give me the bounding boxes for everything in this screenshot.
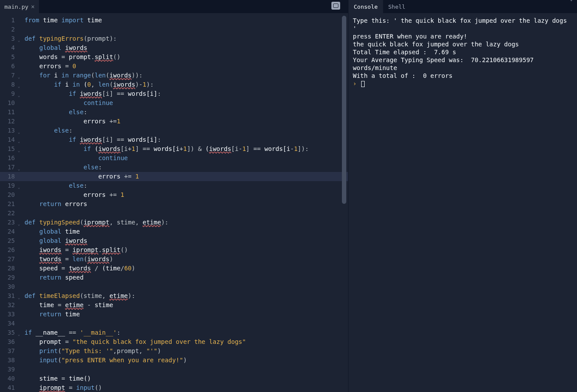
- line-number: 6: [0, 62, 21, 71]
- line-number: 5: [0, 52, 21, 62]
- line-number: 15⌄: [0, 144, 21, 154]
- code-line[interactable]: if iwords[i] == words[i]:: [21, 89, 348, 98]
- code-line[interactable]: global iwords: [21, 236, 348, 245]
- chevron-down-icon[interactable]: ⌄: [569, 0, 573, 2]
- code-line[interactable]: errors +=1: [21, 117, 348, 126]
- code-content[interactable]: from time import timedef typingErrors(pr…: [21, 13, 348, 392]
- scrollbar-thumb[interactable]: [342, 16, 346, 204]
- code-line[interactable]: else:: [21, 163, 348, 172]
- code-line[interactable]: if i in (0, len(iwords)-1):: [21, 80, 348, 89]
- tab-console[interactable]: Console: [348, 0, 383, 13]
- console-prompt[interactable]: ›: [353, 80, 573, 88]
- line-number: 20: [0, 190, 21, 200]
- code-line[interactable]: speed = twords / (time/60): [21, 264, 348, 273]
- code-line[interactable]: iprompt = input(): [21, 383, 348, 392]
- line-number: 4: [0, 43, 21, 52]
- line-number-gutter: 123⌄4567⌄8⌄9⌄10111213⌄14⌄15⌄1617⌄1819⌄20…: [0, 13, 21, 392]
- line-number: 21: [0, 200, 21, 209]
- console-pane: ⌄ Console Shell Type this: ' the quick b…: [348, 0, 577, 392]
- split-view-icon[interactable]: [331, 2, 340, 10]
- code-line[interactable]: if iwords[i] == words[i]:: [21, 135, 348, 144]
- line-number: 3⌄: [0, 34, 21, 43]
- line-number: 33: [0, 310, 21, 319]
- line-number: 25: [0, 236, 21, 245]
- code-line[interactable]: def typingSpeed(iprompt, stime, etime):: [21, 218, 348, 227]
- close-icon[interactable]: ×: [31, 3, 35, 10]
- code-line[interactable]: def typingErrors(prompt):: [21, 34, 348, 43]
- console-tab-bar: ⌄ Console Shell: [348, 0, 577, 13]
- code-line[interactable]: words = prompt.split(): [21, 52, 348, 62]
- console-output[interactable]: Type this: ' the quick black fox jumped …: [348, 13, 577, 392]
- code-line[interactable]: global time: [21, 227, 348, 236]
- line-number: 24: [0, 227, 21, 236]
- console-line: With a total of : 0 errors: [353, 72, 573, 80]
- code-line[interactable]: twords = len(iwords): [21, 255, 348, 264]
- console-line: Your Average Typing Speed was: 70.221066…: [353, 56, 573, 72]
- code-line[interactable]: return speed: [21, 273, 348, 282]
- line-number: 8⌄: [0, 80, 21, 89]
- line-number: 32: [0, 301, 21, 310]
- code-line[interactable]: errors = 0: [21, 62, 348, 71]
- line-number: 16: [0, 154, 21, 163]
- code-line[interactable]: from time import time: [21, 16, 348, 25]
- code-line[interactable]: def timeElapsed(stime, etime):: [21, 291, 348, 301]
- line-number: 10: [0, 98, 21, 108]
- code-line[interactable]: else:: [21, 126, 348, 135]
- line-number: 36: [0, 337, 21, 346]
- line-number: 13⌄: [0, 126, 21, 135]
- line-number: 26: [0, 245, 21, 255]
- code-line[interactable]: else:: [21, 108, 348, 117]
- code-line[interactable]: continue: [21, 154, 348, 163]
- console-line: the quick black fox jumped over the lazy…: [353, 40, 573, 48]
- code-line[interactable]: return time: [21, 310, 348, 319]
- code-line[interactable]: [21, 282, 348, 291]
- line-number: 22: [0, 209, 21, 218]
- line-number: 12: [0, 117, 21, 126]
- line-number: 7⌄: [0, 71, 21, 80]
- line-number: 18: [0, 172, 21, 181]
- tab-shell[interactable]: Shell: [383, 0, 411, 13]
- line-number: 9⌄: [0, 89, 21, 98]
- code-line[interactable]: continue: [21, 98, 348, 108]
- line-number: 37: [0, 346, 21, 356]
- code-line[interactable]: global iwords: [21, 43, 348, 52]
- line-number: 30: [0, 282, 21, 291]
- code-editor[interactable]: 123⌄4567⌄8⌄9⌄10111213⌄14⌄15⌄1617⌄1819⌄20…: [0, 13, 348, 392]
- code-line[interactable]: [21, 319, 348, 328]
- code-line[interactable]: time = etime - stime: [21, 301, 348, 310]
- cursor: [361, 81, 365, 87]
- line-number: 34: [0, 319, 21, 328]
- line-number: 35⌄: [0, 328, 21, 337]
- code-line[interactable]: else:: [21, 181, 348, 190]
- line-number: 14⌄: [0, 135, 21, 144]
- code-line[interactable]: return errors: [21, 200, 348, 209]
- line-number: 31⌄: [0, 291, 21, 301]
- line-number: 39: [0, 365, 21, 374]
- code-line[interactable]: [21, 365, 348, 374]
- line-number: 29: [0, 273, 21, 282]
- code-line[interactable]: print("Type this: '",prompt, "'"): [21, 346, 348, 356]
- code-line[interactable]: if __name__ == '__main__':: [21, 328, 348, 337]
- prompt-arrow-icon: ›: [353, 80, 356, 87]
- code-line[interactable]: iwords = iprompt.split(): [21, 245, 348, 255]
- editor-tab-main[interactable]: main.py ×: [0, 0, 39, 13]
- vertical-scrollbar[interactable]: [342, 13, 346, 392]
- editor-tab-bar: main.py ×: [0, 0, 348, 13]
- code-line[interactable]: errors += 1: [21, 190, 348, 200]
- editor-pane: main.py × 123⌄4567⌄8⌄9⌄10111213⌄14⌄15⌄16…: [0, 0, 348, 392]
- code-line[interactable]: errors += 1: [21, 172, 348, 181]
- code-line[interactable]: stime = time(): [21, 374, 348, 383]
- code-line[interactable]: for i in range(len(iwords)):: [21, 71, 348, 80]
- code-line[interactable]: [21, 25, 348, 34]
- code-line[interactable]: if (iwords[i+1] == words[i+1]) & (iwords…: [21, 144, 348, 154]
- line-number: 38: [0, 356, 21, 365]
- code-line[interactable]: input("press ENTER when you are ready!"): [21, 356, 348, 365]
- line-number: 19⌄: [0, 181, 21, 190]
- console-line: Type this: ' the quick black fox jumped …: [353, 17, 573, 32]
- code-line[interactable]: prompt = "the quick black fox jumped ove…: [21, 337, 348, 346]
- console-line: Total Time elapsed : 7.69 s: [353, 48, 573, 56]
- code-line[interactable]: [21, 209, 348, 218]
- line-number: 1: [0, 16, 21, 25]
- line-number: 40: [0, 374, 21, 383]
- tab-label: main.py: [4, 4, 28, 10]
